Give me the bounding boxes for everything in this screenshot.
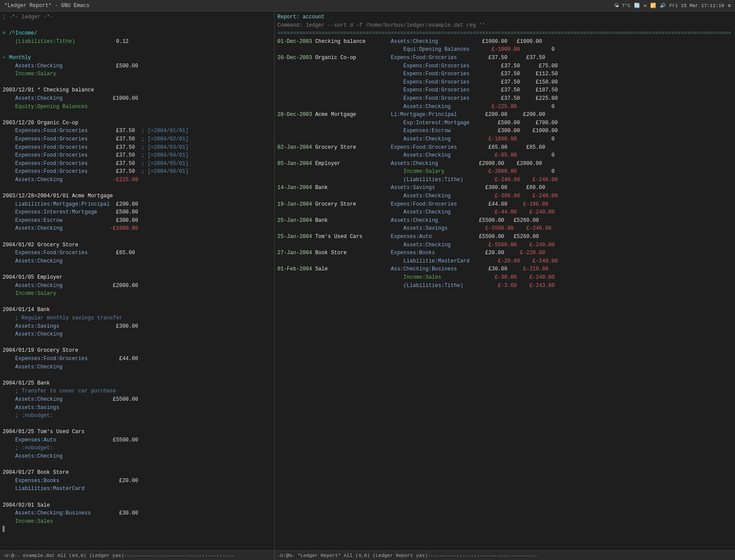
datetime: Fri 15 Mar 17:11:19 bbox=[669, 3, 724, 8]
left-pane[interactable]: ; -*- ledger -*- = /^Income/ (Liabilitie… bbox=[0, 11, 275, 550]
title-bar: *Ledger Report* - GNU Emacs 🌤 7°C 🔄 ✉ 🔁 … bbox=[0, 0, 735, 11]
status-right: -U:@%- *Ledger Report* All (4,0) (Ledger… bbox=[275, 551, 735, 560]
right-pane[interactable]: Report: account Command: ledger --sort d… bbox=[275, 11, 735, 550]
window-title: *Ledger Report* - GNU Emacs bbox=[4, 3, 89, 9]
email-icon: ✉ bbox=[644, 3, 647, 8]
network-icon: 🔁 bbox=[650, 3, 656, 8]
refresh-icon: 🔄 bbox=[634, 3, 640, 8]
system-tray: 🌤 7°C 🔄 ✉ 🔁 🔊 Fri 15 Mar 17:11:19 ⚙ bbox=[614, 3, 731, 8]
volume-icon: 🔊 bbox=[660, 3, 666, 8]
status-bar: -U:@-- example.dat All (64,0) (Ledger ya… bbox=[0, 550, 735, 560]
main-area: ; -*- ledger -*- = /^Income/ (Liabilitie… bbox=[0, 11, 735, 550]
settings-icon: ⚙ bbox=[728, 3, 731, 8]
weather-icon: 🌤 7°C bbox=[614, 3, 630, 8]
status-left: -U:@-- example.dat All (64,0) (Ledger ya… bbox=[0, 551, 275, 560]
